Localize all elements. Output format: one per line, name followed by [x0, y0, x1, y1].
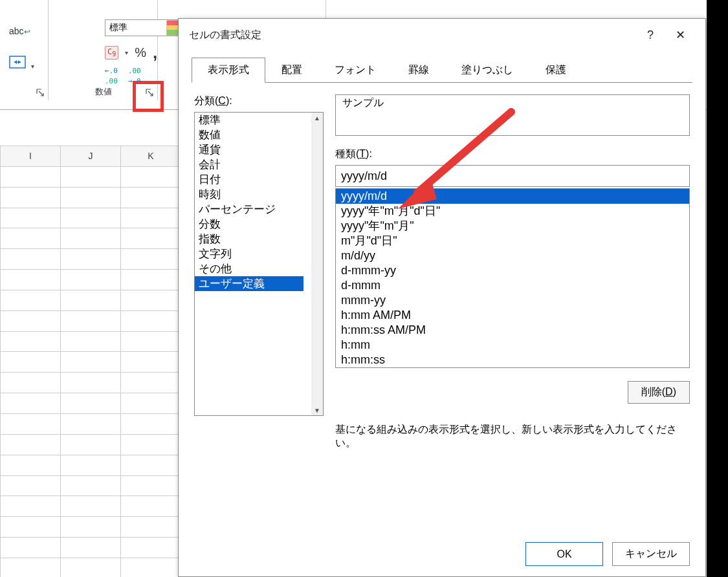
tab-fill[interactable]: 塗りつぶし: [445, 58, 529, 83]
ok-button[interactable]: OK: [525, 542, 603, 566]
col-header[interactable]: K: [121, 146, 181, 167]
sample-box: サンプル: [335, 94, 690, 136]
dialog-close-button[interactable]: ✕: [665, 20, 695, 50]
window-edge: [707, 0, 728, 577]
type-input[interactable]: [335, 165, 690, 187]
svg-marker-2: [14, 60, 17, 64]
type-item[interactable]: d-mmm: [336, 278, 689, 293]
tab-font[interactable]: フォント: [318, 58, 392, 83]
type-item[interactable]: h:mm:ss AM/PM: [336, 323, 689, 338]
scrollbar[interactable]: ▲ ▼: [311, 113, 323, 415]
number-group-label: 数値: [95, 86, 112, 98]
category-item[interactable]: パーセンテージ: [195, 202, 323, 217]
type-item[interactable]: m"月"d"日": [336, 234, 689, 248]
wrap-text-button[interactable]: abc↩: [9, 26, 30, 36]
dialog-body: 分類(C): 標準数値通貨会計日付時刻パーセンテージ分数指数文字列その他ユーザー…: [179, 83, 705, 532]
scroll-down-icon[interactable]: ▼: [311, 405, 323, 415]
right-pane: サンプル 種類(T): yyyy/m/dyyyy"年"m"月"d"日"yyyy"…: [335, 94, 690, 450]
category-label: 分類(C):: [194, 94, 324, 108]
percent-button[interactable]: %: [135, 45, 146, 60]
comma-button[interactable]: ,: [153, 43, 157, 63]
dialog-titlebar[interactable]: セルの書式設定 ? ✕: [179, 19, 705, 51]
category-listbox[interactable]: 標準数値通貨会計日付時刻パーセンテージ分数指数文字列その他ユーザー定義 ▲ ▼: [194, 112, 324, 416]
dialog-title: セルの書式設定: [189, 28, 261, 42]
scroll-up-icon[interactable]: ▲: [311, 113, 323, 123]
type-item[interactable]: m/d/yy: [336, 248, 689, 263]
category-item[interactable]: 標準: [195, 113, 323, 127]
tab-border[interactable]: 罫線: [392, 58, 445, 83]
type-item[interactable]: yyyy"年"m"月"d"日": [336, 204, 689, 219]
merge-icon: [9, 56, 26, 69]
category-pane: 分類(C): 標準数値通貨会計日付時刻パーセンテージ分数指数文字列その他ユーザー…: [194, 94, 324, 450]
type-item[interactable]: mmm-yy: [336, 293, 689, 308]
spreadsheet-grid[interactable]: I J K: [0, 146, 181, 577]
type-item[interactable]: yyyy"年"m"月": [336, 219, 689, 234]
category-item[interactable]: 指数: [195, 232, 323, 246]
category-item[interactable]: ユーザー定義: [195, 276, 303, 291]
type-item[interactable]: yyyy/m/d: [336, 189, 689, 204]
dialog-help-button[interactable]: ?: [635, 20, 665, 50]
category-item[interactable]: 日付: [195, 172, 323, 187]
category-item[interactable]: 通貨: [195, 142, 323, 157]
tab-alignment[interactable]: 配置: [265, 58, 318, 83]
category-item[interactable]: 時刻: [195, 187, 323, 202]
sample-label: サンプル: [342, 96, 683, 110]
type-label: 種類(T):: [335, 147, 690, 161]
delete-button[interactable]: 削除(D): [628, 381, 690, 404]
dialog-footer: OK キャンセル: [179, 532, 705, 576]
col-header[interactable]: I: [1, 146, 61, 167]
category-item[interactable]: 分数: [195, 217, 323, 232]
cancel-button[interactable]: キャンセル: [612, 542, 690, 566]
ribbon-group-alignment: abc↩ ▾: [0, 0, 49, 100]
number-icons-row1: C9 ▾ % ,: [105, 43, 157, 63]
type-item[interactable]: d-mmm-yy: [336, 263, 689, 278]
tab-protection[interactable]: 保護: [529, 58, 582, 83]
alignment-launcher[interactable]: [35, 87, 45, 98]
format-cells-dialog: セルの書式設定 ? ✕ 表示形式 配置 フォント 罫線 塗りつぶし 保護 分類(…: [178, 18, 706, 577]
type-listbox[interactable]: yyyy/m/dyyyy"年"m"月"d"日"yyyy"年"m"月"m"月"d"…: [335, 188, 690, 368]
type-item[interactable]: h:mm AM/PM: [336, 308, 689, 323]
type-item[interactable]: h:mm: [336, 338, 689, 353]
merge-cells-button[interactable]: ▾: [9, 56, 34, 71]
type-item[interactable]: h:mm:ss: [336, 353, 689, 367]
category-item[interactable]: 数値: [195, 127, 323, 142]
category-item[interactable]: 文字列: [195, 246, 323, 261]
increase-decimal-button[interactable]: ←.0.00: [105, 65, 118, 85]
dialog-tabs: 表示形式 配置 フォント 罫線 塗りつぶし 保護: [192, 58, 692, 83]
col-header[interactable]: J: [61, 146, 121, 167]
number-format-value: 標準: [109, 22, 127, 34]
currency-button[interactable]: C9: [105, 46, 118, 59]
category-item[interactable]: 会計: [195, 157, 323, 172]
help-text: 基になる組み込みの表示形式を選択し、新しい表示形式を入力してください。: [335, 404, 690, 450]
svg-marker-3: [18, 60, 21, 64]
launcher-icon: [36, 88, 45, 97]
annotation-highlight-box: [133, 81, 164, 112]
category-item[interactable]: その他: [195, 261, 323, 276]
tab-number-format[interactable]: 表示形式: [192, 58, 265, 83]
